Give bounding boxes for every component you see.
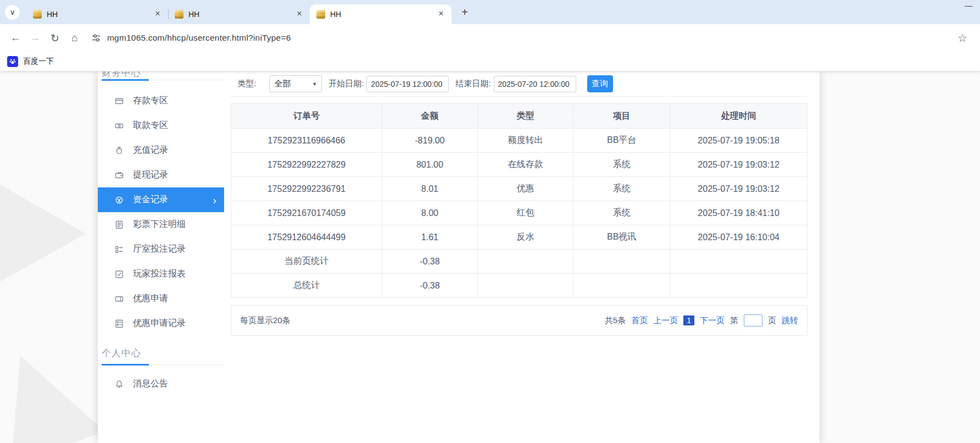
- cell-amount: 801.00: [382, 153, 477, 177]
- player-report-icon: [114, 270, 124, 279]
- site-favicon: [175, 10, 183, 19]
- fund-records-panel: 类型: 全部 ▼ 开始日期: 结束日期: 查询: [224, 71, 820, 443]
- cell-empty: [670, 274, 808, 298]
- chevron-right-icon: ›: [213, 195, 216, 206]
- cell-amount: 8.00: [382, 201, 477, 225]
- cell-empty: [670, 250, 808, 274]
- jump-link[interactable]: 跳转: [782, 315, 798, 326]
- table-header-row: 订单号 金额 类型 项目 处理时间: [231, 104, 808, 129]
- fund-records-table: 订单号 金额 类型 项目 处理时间 1752923116966466 -819.…: [231, 103, 808, 298]
- recharge-record-icon: [114, 146, 124, 155]
- site-favicon: [33, 10, 42, 19]
- cell-amount: 8.01: [382, 177, 477, 201]
- bookmark-star-icon[interactable]: ☆: [953, 28, 972, 48]
- section-title: 个人中心: [102, 347, 224, 359]
- table-row: 1752922992236791 8.01 优惠 系统 2025-07-19 1…: [231, 177, 808, 201]
- type-select-value: 全部: [274, 79, 291, 89]
- type-select[interactable]: 全部 ▼: [269, 75, 322, 92]
- site-favicon: [316, 10, 325, 19]
- search-button[interactable]: 查询: [587, 75, 613, 92]
- browser-tab-3-active[interactable]: HH ×: [310, 4, 452, 24]
- end-date-label: 结束日期:: [455, 79, 491, 89]
- sidebar-item-promo-apply[interactable]: 优惠申请: [102, 286, 224, 311]
- cell-time: 2025-07-19 18:41:10: [670, 201, 808, 225]
- bookmarks-bar: 百度一下: [0, 52, 980, 71]
- cell-empty: [573, 250, 670, 274]
- tab-close-icon[interactable]: ×: [436, 9, 446, 19]
- address-bar[interactable]: mgm1065.com/hhcp/usercenter.html?iniType…: [85, 28, 953, 48]
- bookmark-item[interactable]: 百度一下: [23, 57, 54, 67]
- tab-title: HH: [188, 10, 289, 19]
- deposit-card-icon: [114, 97, 124, 106]
- table-row: 1752912604644499 1.61 反水 BB视讯 2025-07-19…: [231, 225, 808, 250]
- sidebar-section-finance: 财务中心: [102, 71, 224, 80]
- sidebar-item-deposit-zone[interactable]: 存款专区: [102, 88, 224, 113]
- sidebar-item-withdraw-zone[interactable]: 取款专区: [102, 113, 224, 138]
- page-label-before: 第: [730, 315, 738, 326]
- browser-window: ∨ HH × HH × HH × + — ← → ↻ ⌂: [0, 0, 980, 443]
- cell-time: 2025-07-19 19:05:18: [670, 129, 808, 153]
- sidebar-item-message-announcements[interactable]: 消息公告: [102, 372, 224, 396]
- sidebar-item-lottery-bet-details[interactable]: 彩票下注明细: [102, 212, 224, 237]
- current-page-indicator[interactable]: 1: [683, 315, 694, 325]
- sidebar-item-label: 充值记录: [133, 145, 168, 156]
- end-date-input[interactable]: [494, 76, 576, 92]
- next-page-link[interactable]: 下一页: [700, 315, 725, 326]
- sidebar-item-promo-apply-records[interactable]: 优惠申请记录: [102, 311, 224, 336]
- sidebar-personal-list: 消息公告: [102, 372, 224, 396]
- header-order-no: 订单号: [231, 104, 382, 129]
- sidebar-item-withdrawal-records[interactable]: 提现记录: [102, 163, 224, 187]
- baidu-favicon: [7, 56, 18, 67]
- cell-order-no: 1752912604644499: [231, 225, 382, 250]
- table-row-page-total: 当前页统计 -0.38: [231, 250, 808, 274]
- promo-record-icon: [114, 319, 124, 328]
- cell-empty: [477, 250, 573, 274]
- cell-stat-label: 总统计: [231, 274, 382, 298]
- lottery-detail-icon: [114, 220, 124, 229]
- cell-stat-label: 当前页统计: [231, 250, 382, 274]
- page-jump-input[interactable]: [744, 314, 762, 326]
- chevron-down-icon: ▼: [312, 81, 317, 87]
- home-button[interactable]: ⌂: [65, 28, 85, 48]
- sidebar-item-label: 厅室投注记录: [133, 243, 186, 255]
- user-center-content: 财务中心 存款专区 取款专区: [98, 71, 820, 443]
- background-triangle: [11, 346, 104, 443]
- forward-button[interactable]: →: [25, 28, 45, 48]
- sidebar-item-label: 提现记录: [133, 169, 168, 181]
- filter-bar: 类型: 全部 ▼ 开始日期: 结束日期: 查询: [231, 71, 808, 97]
- cell-project: BB视讯: [573, 225, 670, 250]
- browser-toolbar: ← → ↻ ⌂ mgm1065.com/hhcp/usercenter.html…: [0, 24, 980, 52]
- sidebar-item-label: 优惠申请: [133, 293, 168, 304]
- browser-tab-1[interactable]: HH ×: [26, 4, 168, 24]
- cell-type: 额度转出: [477, 129, 573, 153]
- page-label-after: 页: [768, 315, 776, 326]
- start-date-label: 开始日期:: [328, 79, 364, 89]
- sidebar-item-label: 存款专区: [133, 95, 168, 107]
- table-row-grand-total: 总统计 -0.38: [231, 274, 808, 298]
- site-settings-icon[interactable]: [91, 33, 101, 43]
- browser-tab-2[interactable]: HH ×: [168, 4, 310, 24]
- cell-order-no: 1752922992236791: [231, 177, 382, 201]
- reload-button[interactable]: ↻: [45, 28, 65, 48]
- back-button[interactable]: ←: [5, 28, 25, 48]
- cell-amount: 1.61: [382, 225, 477, 250]
- tab-close-icon[interactable]: ×: [294, 9, 304, 19]
- first-page-link[interactable]: 首页: [631, 315, 648, 326]
- cell-project: 系统: [573, 201, 670, 225]
- sidebar-item-room-bet-records[interactable]: 厅室投注记录: [102, 237, 224, 262]
- cell-time: 2025-07-19 19:03:12: [670, 153, 808, 177]
- start-date-input[interactable]: [366, 76, 449, 92]
- tab-close-icon[interactable]: ×: [153, 9, 163, 19]
- new-tab-button[interactable]: +: [457, 4, 472, 20]
- prev-page-link[interactable]: 上一页: [653, 315, 678, 326]
- type-filter-label: 类型:: [237, 79, 256, 89]
- cell-empty: [573, 274, 670, 298]
- sidebar-item-fund-records[interactable]: 资金记录 ›: [98, 187, 224, 212]
- sidebar-item-recharge-records[interactable]: 充值记录: [102, 138, 224, 163]
- pager-controls: 共5条 首页 上一页 1 下一页 第 页 跳转: [605, 314, 798, 326]
- table-row: 1752921670174059 8.00 红包 系统 2025-07-19 1…: [231, 201, 808, 225]
- sidebar-item-player-bet-report[interactable]: 玩家投注报表: [102, 262, 224, 286]
- minimize-icon[interactable]: —: [965, 1, 972, 10]
- sidebar-finance-list: 存款专区 取款专区 充值记录: [102, 88, 224, 336]
- tab-search-button[interactable]: ∨: [5, 5, 20, 20]
